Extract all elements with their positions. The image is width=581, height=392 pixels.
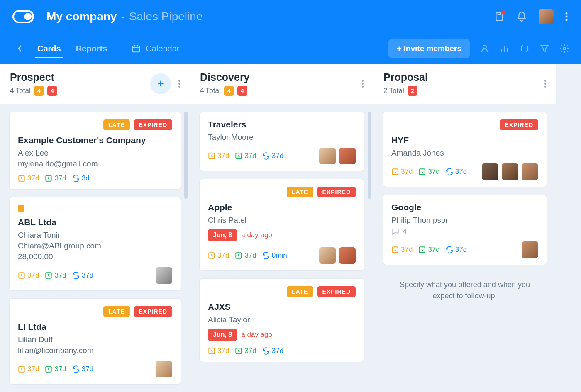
clipboard-icon[interactable] bbox=[494, 11, 505, 22]
card-title: Travelers bbox=[208, 119, 356, 129]
column-menu-icon[interactable] bbox=[178, 80, 180, 88]
card-avatars bbox=[156, 361, 172, 377]
member-avatar[interactable] bbox=[522, 241, 538, 258]
tab-reports[interactable]: Reports bbox=[70, 36, 113, 62]
card-line: Chiara Tonin bbox=[18, 231, 172, 240]
card[interactable]: LATEEXPIREDLI LtdaLilian Dufflilian@lico… bbox=[9, 298, 181, 385]
column-menu-icon[interactable] bbox=[544, 80, 546, 88]
timer-orange: 37d bbox=[18, 365, 39, 373]
member-avatar[interactable] bbox=[339, 148, 356, 164]
kanban-board: Prospect 4 Total 44 + LATEEXPIREDExample… bbox=[0, 64, 581, 392]
svg-point-4 bbox=[566, 16, 568, 18]
filter-icon[interactable] bbox=[540, 44, 549, 54]
timer-blue: 0min bbox=[262, 251, 287, 260]
timer-blue: 37d bbox=[446, 246, 467, 254]
card-timers: 37d37d37d bbox=[208, 347, 283, 355]
card[interactable]: LATEEXPIREDExample Customer's CompanyAle… bbox=[9, 112, 181, 190]
timer-orange: 37d bbox=[208, 251, 229, 260]
card[interactable]: GooglePhilip Thompson437d37d37d bbox=[383, 195, 547, 265]
status-badge-expired: EXPIRED bbox=[134, 306, 172, 317]
card[interactable]: EXPIREDHYFAmanda Jones37d37d37d bbox=[383, 112, 547, 187]
timer-blue: 37d bbox=[72, 365, 93, 373]
column-prospect: Prospect 4 Total 44 + LATEEXPIREDExample… bbox=[0, 64, 190, 392]
card-timers: 37d37d37d bbox=[18, 271, 93, 280]
column-title: Proposal bbox=[383, 71, 428, 83]
chart-icon[interactable] bbox=[500, 44, 510, 54]
person-icon[interactable] bbox=[480, 44, 490, 54]
column-header: Prospect 4 Total 44 + bbox=[0, 64, 190, 104]
tab-divider bbox=[122, 41, 122, 56]
column-discovery: Discovery 4 Total 44 TravelersTaylor Moo… bbox=[190, 64, 374, 392]
card-avatars bbox=[319, 148, 356, 164]
timer-orange: 37d bbox=[208, 347, 229, 355]
card-line: 28,000.00 bbox=[18, 252, 172, 261]
member-avatar[interactable] bbox=[482, 163, 498, 180]
column-menu-icon[interactable] bbox=[362, 80, 364, 88]
card-timers: 37d37d37d bbox=[391, 246, 467, 254]
status-badge-late: LATE bbox=[103, 306, 130, 317]
card-avatars bbox=[482, 163, 538, 180]
status-badge-expired: EXPIRED bbox=[500, 119, 538, 130]
status-badge-expired: EXPIRED bbox=[317, 187, 356, 197]
notification-dot bbox=[501, 10, 505, 15]
member-avatar[interactable] bbox=[319, 148, 336, 164]
scrollbar[interactable] bbox=[368, 112, 371, 199]
timer-green: 37d bbox=[235, 251, 256, 260]
timer-blue: 37d bbox=[446, 168, 467, 176]
svg-rect-8 bbox=[521, 46, 528, 51]
svg-point-1 bbox=[24, 13, 32, 20]
invite-members-button[interactable]: + Invite members bbox=[388, 39, 470, 58]
card-title: AJXS bbox=[208, 302, 356, 312]
timer-orange: 37d bbox=[18, 174, 39, 183]
more-menu-icon[interactable] bbox=[565, 12, 568, 21]
column-total: 4 Total bbox=[200, 87, 221, 95]
company-name[interactable]: My company bbox=[46, 10, 117, 23]
gear-icon[interactable] bbox=[559, 44, 569, 54]
column-body: EXPIREDHYFAmanda Jones37d37d37dGooglePhi… bbox=[374, 104, 556, 316]
card-timers: 37d37d37d bbox=[208, 152, 283, 160]
page-name[interactable]: Sales Pipeline bbox=[129, 10, 203, 23]
scrollbar[interactable] bbox=[184, 112, 188, 199]
timer-green: 37d bbox=[235, 347, 256, 355]
svg-point-5 bbox=[566, 19, 568, 21]
card[interactable]: LATEEXPIREDAppleChris PatelJun, 8a day a… bbox=[199, 179, 364, 271]
logo-icon bbox=[12, 9, 34, 24]
automation-icon[interactable] bbox=[520, 44, 530, 54]
tab-calendar[interactable]: Calendar bbox=[132, 44, 179, 54]
logo[interactable] bbox=[12, 9, 34, 24]
timer-green: 37d bbox=[45, 271, 66, 280]
card[interactable]: TravelersTaylor Moore37d37d37d bbox=[199, 112, 364, 171]
column-body: LATEEXPIREDExample Customer's CompanyAle… bbox=[0, 104, 190, 392]
member-avatar[interactable] bbox=[502, 163, 518, 180]
column-total: 2 Total bbox=[383, 87, 404, 95]
tab-cards[interactable]: Cards bbox=[32, 36, 67, 62]
column-hint-text: Specify what you offered and when you ex… bbox=[383, 273, 547, 308]
timer-blue: 37d bbox=[262, 347, 283, 355]
column-badge: 2 bbox=[408, 86, 417, 96]
timer-blue: 37d bbox=[72, 271, 93, 280]
member-avatar[interactable] bbox=[522, 163, 538, 180]
card-avatars bbox=[319, 247, 356, 264]
user-avatar[interactable] bbox=[539, 9, 554, 24]
breadcrumb-separator: - bbox=[121, 10, 125, 23]
add-card-button[interactable]: + bbox=[150, 73, 171, 94]
timer-green: 37d bbox=[235, 152, 256, 160]
bell-icon[interactable] bbox=[516, 11, 527, 22]
member-avatar[interactable] bbox=[156, 361, 172, 377]
timer-green: 37d bbox=[418, 168, 439, 176]
card[interactable]: ABL LtdaChiara ToninChiara@ABLgroup.com2… bbox=[9, 197, 181, 291]
status-badge-expired: EXPIRED bbox=[134, 119, 172, 130]
card-title: Example Customer's Company bbox=[18, 135, 172, 145]
card[interactable]: LATEEXPIREDAJXSAlicia TaylorJun, 8a day … bbox=[199, 278, 364, 362]
card-line: Amanda Jones bbox=[391, 149, 538, 158]
column-badge: 4 bbox=[237, 86, 247, 96]
card-line: Alex Lee bbox=[18, 149, 172, 158]
calendar-icon bbox=[132, 44, 141, 53]
member-avatar[interactable] bbox=[319, 247, 336, 264]
status-badge-late: LATE bbox=[103, 119, 130, 130]
back-button[interactable] bbox=[12, 40, 28, 57]
card-title: Apple bbox=[208, 202, 356, 212]
member-avatar[interactable] bbox=[156, 267, 172, 284]
column-body: TravelersTaylor Moore37d37d37dLATEEXPIRE… bbox=[190, 104, 374, 370]
member-avatar[interactable] bbox=[339, 247, 356, 264]
